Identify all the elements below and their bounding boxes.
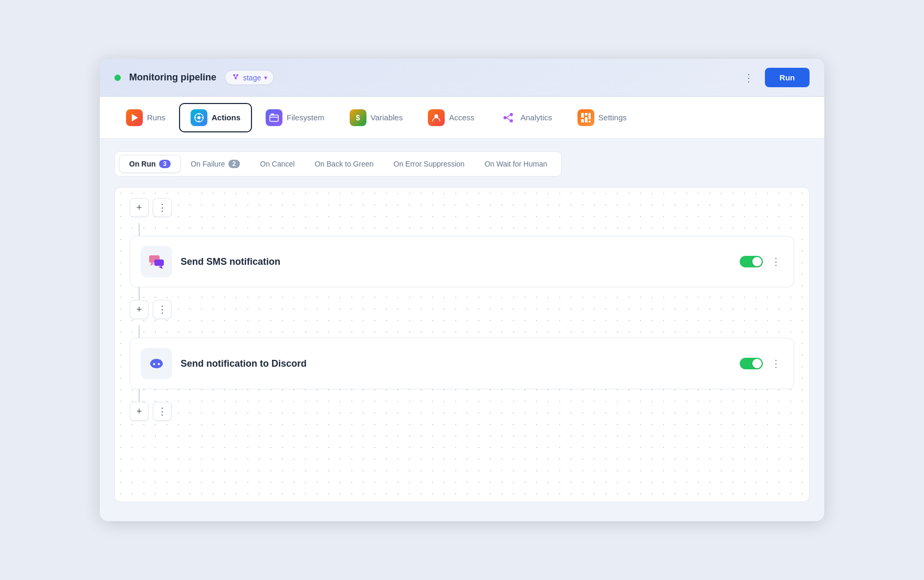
svg-rect-20 <box>581 113 584 118</box>
svg-point-15 <box>503 116 507 119</box>
svg-line-19 <box>507 118 510 120</box>
subtab-on-failure-label: On Failure <box>191 160 225 168</box>
svg-rect-24 <box>589 113 591 119</box>
svg-rect-28 <box>154 260 164 266</box>
sms-card-right: ⋮ <box>740 254 783 270</box>
action-row-3: + ⋮ <box>130 402 794 421</box>
svg-rect-23 <box>585 117 587 122</box>
svg-point-17 <box>510 119 513 122</box>
subtab-on-failure-badge: 2 <box>228 160 240 168</box>
svg-point-32 <box>158 363 160 365</box>
discord-card-left: Send notification to Discord <box>141 348 307 379</box>
tab-runs-label: Runs <box>147 113 165 122</box>
subtab-on-run-badge: 3 <box>159 160 171 168</box>
tab-actions-label: Actions <box>212 113 240 122</box>
app-window: Monitoring pipeline stage ▾ ⋮ Run <box>100 59 824 521</box>
stage-label: stage <box>243 74 261 82</box>
sms-card-title: Send SMS notification <box>181 256 280 267</box>
sub-tabs: On Run 3 On Failure 2 On Cancel On Back … <box>114 151 562 177</box>
subtab-on-cancel[interactable]: On Cancel <box>250 155 304 173</box>
subtab-on-run[interactable]: On Run 3 <box>119 155 181 173</box>
subtab-on-back-to-green-label: On Back to Green <box>314 160 373 168</box>
subtab-on-wait-for-human[interactable]: On Wait for Human <box>475 155 557 173</box>
filesystem-icon <box>266 109 282 126</box>
nav-tabs: Runs Actions <box>100 97 824 139</box>
tab-filesystem[interactable]: Filesystem <box>254 103 336 132</box>
tab-settings-label: Settings <box>598 113 627 122</box>
connector-4 <box>139 389 140 402</box>
sms-card-left: Send SMS notification <box>141 246 280 277</box>
runs-icon <box>126 109 143 126</box>
sms-toggle[interactable] <box>740 256 763 267</box>
subtab-on-error-suppression[interactable]: On Error Suppression <box>384 155 475 173</box>
subtab-on-cancel-label: On Cancel <box>260 160 295 168</box>
connector-1 <box>139 223 140 236</box>
svg-rect-21 <box>581 119 584 122</box>
svg-rect-22 <box>585 113 587 116</box>
tab-runs[interactable]: Runs <box>114 103 177 132</box>
connector-3 <box>139 325 140 338</box>
sms-icon-wrap <box>141 246 172 277</box>
stage-icon <box>232 72 240 82</box>
add-action-btn-2[interactable]: + <box>130 300 149 319</box>
action-row-2: + ⋮ <box>130 300 794 319</box>
discord-card-title: Send notification to Discord <box>181 358 307 369</box>
stage-chevron-icon: ▾ <box>264 74 267 81</box>
add-action-btn-1[interactable]: + <box>130 198 149 217</box>
svg-point-31 <box>153 363 155 365</box>
tab-access-label: Access <box>449 113 474 122</box>
access-icon <box>428 109 445 126</box>
actions-icon <box>191 109 207 126</box>
subtab-on-failure[interactable]: On Failure 2 <box>181 155 250 173</box>
status-indicator <box>114 75 121 81</box>
svg-marker-5 <box>132 114 138 121</box>
discord-card: Send notification to Discord ⋮ <box>130 338 794 389</box>
connector-2 <box>139 287 140 300</box>
add-action-btn-3[interactable]: + <box>130 402 149 421</box>
header-more-button[interactable]: ⋮ <box>739 69 759 86</box>
tab-variables[interactable]: $ Variables <box>338 103 414 132</box>
subtab-on-back-to-green[interactable]: On Back to Green <box>304 155 383 173</box>
tab-access[interactable]: Access <box>416 103 486 132</box>
main-content: On Run 3 On Failure 2 On Cancel On Back … <box>100 139 824 521</box>
action-row-1: + ⋮ <box>130 198 794 217</box>
svg-point-7 <box>197 116 201 119</box>
tab-analytics[interactable]: Analytics <box>488 103 564 132</box>
stage-selector[interactable]: stage ▾ <box>225 70 274 85</box>
svg-rect-12 <box>270 115 278 121</box>
header-right: ⋮ Run <box>739 68 810 87</box>
pipeline-title: Monitoring pipeline <box>129 72 216 83</box>
pipeline-area: + ⋮ <box>114 187 810 502</box>
header: Monitoring pipeline stage ▾ ⋮ Run <box>100 59 824 97</box>
subtab-on-error-suppression-label: On Error Suppression <box>394 160 465 168</box>
more-action-btn-2[interactable]: ⋮ <box>153 300 172 319</box>
tab-analytics-label: Analytics <box>521 113 552 122</box>
subtab-on-wait-for-human-label: On Wait for Human <box>485 160 547 168</box>
svg-line-18 <box>507 115 510 118</box>
tab-variables-label: Variables <box>371 113 403 122</box>
more-action-btn-1[interactable]: ⋮ <box>153 198 172 217</box>
svg-point-16 <box>510 113 513 116</box>
tab-settings[interactable]: Settings <box>566 103 638 132</box>
sms-more-button[interactable]: ⋮ <box>769 254 783 270</box>
subtab-on-run-label: On Run <box>129 160 156 168</box>
run-button[interactable]: Run <box>765 68 810 87</box>
variables-icon: $ <box>350 109 366 126</box>
tab-filesystem-label: Filesystem <box>287 113 324 122</box>
svg-rect-13 <box>271 113 274 116</box>
tab-actions[interactable]: Actions <box>179 103 252 132</box>
analytics-icon <box>500 109 517 126</box>
sms-card: Send SMS notification ⋮ <box>130 236 794 287</box>
svg-point-30 <box>150 359 163 368</box>
discord-card-right: ⋮ <box>740 356 783 371</box>
discord-icon-wrap <box>141 348 172 379</box>
discord-toggle[interactable] <box>740 358 763 369</box>
header-left: Monitoring pipeline stage ▾ <box>114 70 274 85</box>
svg-rect-25 <box>589 121 591 122</box>
settings-icon <box>578 109 594 126</box>
discord-more-button[interactable]: ⋮ <box>769 356 783 371</box>
more-action-btn-3[interactable]: ⋮ <box>153 402 172 421</box>
